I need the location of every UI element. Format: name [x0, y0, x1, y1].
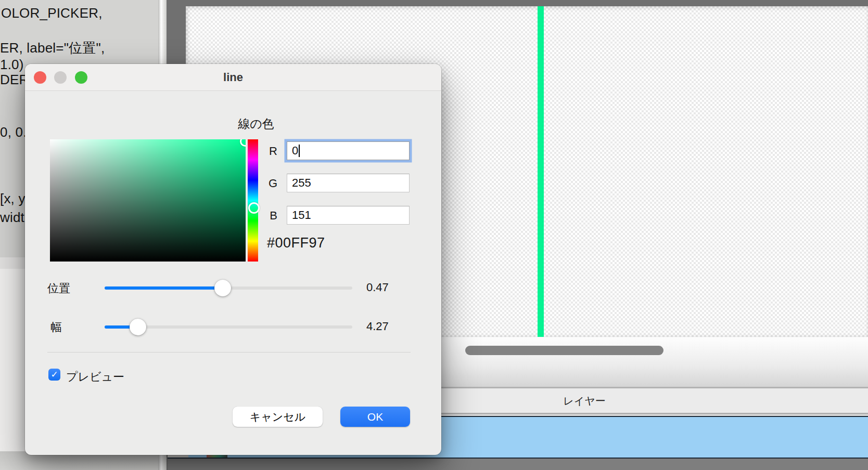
divider: [47, 352, 411, 352]
canvas-scrollbar-thumb[interactable]: [465, 346, 663, 355]
code-line: 1.0): [0, 57, 24, 73]
cancel-button[interactable]: キャンセル: [233, 407, 323, 427]
line-settings-dialog: line 線の色 R 0 G 255 B 151 #00FF97 位置 0.47…: [25, 64, 441, 455]
position-slider-fill: [105, 286, 223, 290]
blue-channel-value: 151: [292, 208, 311, 221]
green-channel-input[interactable]: 255: [287, 174, 410, 192]
hex-color-value: #00FF97: [267, 235, 325, 251]
position-slider-value: 0.47: [366, 281, 389, 294]
width-slider[interactable]: [105, 325, 352, 329]
red-channel-value: 0: [292, 144, 298, 157]
layers-panel-title: レイヤー: [480, 394, 688, 408]
blue-channel-label: B: [254, 209, 277, 223]
ok-button[interactable]: OK: [340, 407, 410, 427]
preview-checkbox-label: プレビュー: [66, 369, 124, 385]
width-slider-thumb[interactable]: [130, 319, 146, 335]
sv-picker-marker[interactable]: [240, 139, 246, 147]
window-bottom-frame: [168, 459, 868, 470]
dialog-titlebar[interactable]: line: [25, 64, 441, 91]
code-line: 0, 0.: [0, 124, 27, 140]
green-channel-value: 255: [292, 176, 311, 189]
width-slider-label: 幅: [50, 320, 62, 335]
blue-channel-input[interactable]: 151: [287, 206, 410, 225]
dialog-title: line: [25, 71, 441, 84]
position-slider[interactable]: [105, 286, 352, 290]
text-caret: [299, 145, 300, 157]
line-color-label: 線の色: [179, 116, 333, 132]
screen: OLOR_PICKER, ER, label="位置", 1.0) DER, 0…: [0, 0, 868, 470]
red-channel-label: R: [254, 145, 277, 158]
code-line: OLOR_PICKER,: [1, 5, 103, 21]
saturation-value-picker[interactable]: [50, 139, 246, 262]
width-slider-value: 4.27: [366, 320, 389, 333]
position-slider-label: 位置: [47, 281, 70, 296]
code-line: [x, y: [0, 191, 25, 207]
position-slider-thumb[interactable]: [214, 280, 231, 296]
code-line: widt: [0, 210, 24, 226]
red-channel-input[interactable]: 0: [287, 141, 410, 160]
green-preview-line: [538, 6, 544, 337]
green-channel-label: G: [254, 177, 277, 190]
preview-checkbox[interactable]: ✓: [48, 369, 60, 381]
code-line: ER, label="位置",: [0, 39, 105, 57]
